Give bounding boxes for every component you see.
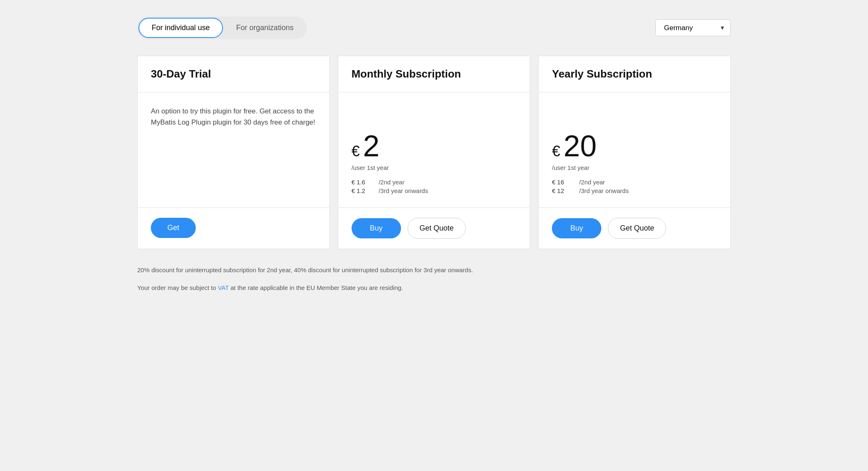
yearly-card-footer: Buy Get Quote [539,208,730,249]
trial-description: An option to try this plugin for free. G… [151,106,316,128]
monthly-tier3-price: € 1.2 [352,187,372,194]
trial-card: 30-Day Trial An option to try this plugi… [137,56,330,249]
country-select[interactable]: Germany United States United Kingdom Fra… [655,19,731,36]
yearly-buy-button[interactable]: Buy [552,218,601,238]
yearly-tier-2: € 16 /2nd year [552,179,717,186]
individual-tab[interactable]: For individual use [138,18,223,38]
trial-card-body: An option to try this plugin for free. G… [138,92,329,208]
vat-link[interactable]: VAT [218,284,229,291]
country-selector-wrapper: Germany United States United Kingdom Fra… [655,19,731,36]
discount-note: 20% discount for uninterrupted subscript… [137,266,731,275]
monthly-card-header: Monthly Subscription [338,56,530,92]
monthly-card-footer: Buy Get Quote [338,208,530,249]
yearly-price-sub: /user 1st year [552,164,717,171]
monthly-card: Monthly Subscription € 2 /user 1st year … [338,56,530,249]
vat-note-before: Your order may be subject to [137,284,218,291]
monthly-tier-3: € 1.2 /3rd year onwards [352,187,517,194]
monthly-price-block: € 2 /user 1st year € 1.6 /2nd year € 1.2… [352,131,517,194]
yearly-tier2-label: /2nd year [579,179,605,186]
yearly-price-block: € 20 /user 1st year € 16 /2nd year € 12 … [552,131,717,194]
yearly-tier3-price: € 12 [552,187,572,194]
monthly-quote-button[interactable]: Get Quote [408,218,466,239]
monthly-tier-2: € 1.6 /2nd year [352,179,517,186]
top-bar: For individual use For organizations Ger… [137,16,731,39]
yearly-currency: € [552,143,560,160]
yearly-price-main: € 20 [552,131,717,161]
yearly-card-body: € 20 /user 1st year € 16 /2nd year € 12 … [539,92,730,208]
trial-card-footer: Get [138,208,329,248]
monthly-tier3-label: /3rd year onwards [379,187,428,194]
monthly-price-main: € 2 [352,131,517,161]
monthly-title: Monthly Subscription [352,68,517,80]
yearly-tier-3: € 12 /3rd year onwards [552,187,717,194]
monthly-buy-button[interactable]: Buy [352,218,401,238]
monthly-price-number: 2 [363,131,380,161]
vat-note: Your order may be subject to VAT at the … [137,283,731,293]
monthly-tier2-label: /2nd year [379,179,405,186]
footer-notes: 20% discount for uninterrupted subscript… [137,261,731,297]
trial-title: 30-Day Trial [151,68,316,80]
vat-note-after: at the rate applicable in the EU Member … [229,284,403,291]
organizations-tab[interactable]: For organizations [224,18,306,38]
monthly-card-body: € 2 /user 1st year € 1.6 /2nd year € 1.2… [338,92,530,208]
yearly-price-number: 20 [563,131,596,161]
yearly-card: Yearly Subscription € 20 /user 1st year … [538,56,731,249]
plan-type-toggle: For individual use For organizations [137,16,307,39]
trial-card-header: 30-Day Trial [138,56,329,92]
monthly-price-tiers: € 1.6 /2nd year € 1.2 /3rd year onwards [352,179,517,194]
monthly-tier2-price: € 1.6 [352,179,372,186]
yearly-tier3-label: /3rd year onwards [579,187,629,194]
yearly-card-header: Yearly Subscription [539,56,730,92]
monthly-currency: € [352,143,360,160]
yearly-tier2-price: € 16 [552,179,572,186]
monthly-price-sub: /user 1st year [352,164,517,171]
yearly-price-tiers: € 16 /2nd year € 12 /3rd year onwards [552,179,717,194]
yearly-title: Yearly Subscription [552,68,717,80]
pricing-cards: 30-Day Trial An option to try this plugi… [137,56,731,249]
get-button[interactable]: Get [151,218,196,238]
yearly-quote-button[interactable]: Get Quote [608,218,666,239]
